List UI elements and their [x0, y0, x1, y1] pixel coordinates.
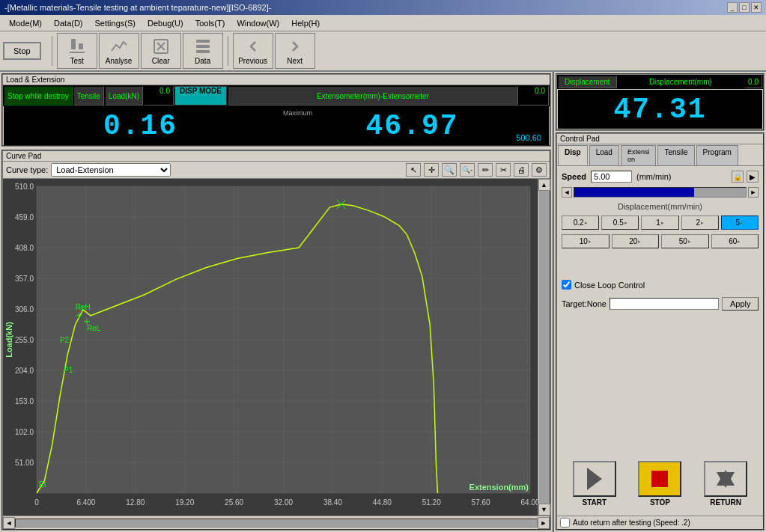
- svg-rect-10: [651, 471, 668, 487]
- menu-settings[interactable]: Settings(S): [89, 17, 142, 29]
- menu-tools[interactable]: Tools(T): [189, 17, 231, 29]
- scroll-up-btn[interactable]: ▲: [538, 179, 550, 191]
- crosshair-tool-btn[interactable]: ✛: [424, 163, 439, 177]
- zoom-in-btn[interactable]: 🔍: [442, 163, 457, 177]
- stop-ctrl-btn[interactable]: STOP: [638, 461, 681, 507]
- title-bar-controls[interactable]: _ □ ✕: [727, 2, 762, 13]
- toolbar-data-btn[interactable]: Data: [183, 33, 223, 69]
- displacement-digital-value: 47.31: [613, 94, 706, 126]
- close-button[interactable]: ✕: [751, 2, 762, 13]
- spd-btn-1[interactable]: 1▸: [641, 215, 678, 230]
- next-icon: [286, 37, 304, 55]
- scroll-track-v: [539, 191, 550, 504]
- curve-pad-toolbar: Curve type: Load-Extension Stress-Strain…: [3, 162, 550, 179]
- displacement-digital: 47.31: [558, 90, 762, 129]
- spd-btn-20[interactable]: 20▸: [612, 234, 660, 248]
- spd-btn-02[interactable]: 0.2▸: [562, 215, 599, 230]
- return-btn-box: [704, 461, 747, 497]
- toolbar-test-btn[interactable]: Test: [57, 33, 97, 69]
- spd-btn-60[interactable]: 60▸: [711, 234, 759, 248]
- minimize-button[interactable]: _: [727, 2, 738, 13]
- apply-button[interactable]: Apply: [722, 297, 759, 311]
- toolbar-previous-label: Previous: [238, 57, 267, 65]
- return-ctrl-btn[interactable]: RETURN: [704, 461, 747, 507]
- pen-tool-btn[interactable]: ✏: [478, 163, 493, 177]
- curve-pad-title: Curve Pad: [6, 152, 41, 160]
- tab-tensile[interactable]: Tensile: [657, 145, 694, 165]
- digital-left: 0.16: [5, 108, 276, 144]
- tab-extension[interactable]: Extension: [621, 145, 657, 165]
- slider-left-btn[interactable]: ◄: [562, 187, 572, 198]
- disp-mode-button[interactable]: DISP MODE: [174, 86, 227, 106]
- tensile-cell: Tensile: [73, 86, 104, 106]
- toolbar-analyse-btn[interactable]: Analyse: [99, 33, 139, 69]
- menu-debug[interactable]: Debug(U): [142, 17, 189, 29]
- horizontal-scrollbar[interactable]: ◄ ►: [3, 517, 550, 529]
- toolbar-previous-btn[interactable]: Previous: [233, 33, 273, 69]
- svg-rect-0: [71, 39, 76, 49]
- print-tool-btn[interactable]: 🖨: [514, 163, 529, 177]
- toolbar-separator-1: [52, 36, 52, 66]
- lock-icon[interactable]: 🔒: [732, 171, 744, 183]
- disp-rate-label: Displacement(mm/min): [562, 202, 759, 211]
- displacement-header-row: Displacement Displacement(mm) 0.0: [557, 75, 763, 89]
- zoom-out-btn[interactable]: 🔍-: [460, 163, 475, 177]
- menu-data[interactable]: Data(D): [48, 17, 89, 29]
- auto-return-checkbox[interactable]: [560, 518, 570, 528]
- auto-return-row: Auto return after testing (Speed: .2): [557, 516, 763, 529]
- speed-slider-row: ◄ ►: [562, 187, 759, 198]
- target-input[interactable]: [610, 298, 719, 310]
- close-loop-row: Close Loop Control: [562, 280, 759, 290]
- displacement-value-right: 0.0: [744, 76, 762, 88]
- start-ctrl-btn[interactable]: START: [573, 461, 616, 507]
- control-buttons: START STOP RETURN: [562, 456, 759, 511]
- unlock-icon[interactable]: ▶: [747, 171, 759, 183]
- toolbar-next-btn[interactable]: Next: [275, 33, 315, 69]
- settings-tool-btn[interactable]: ⚙: [532, 163, 547, 177]
- scroll-down-btn[interactable]: ▼: [538, 504, 550, 516]
- digital-right-value: 46.97: [365, 110, 458, 142]
- svg-rect-7: [196, 45, 210, 48]
- toolbar-next-label: Next: [287, 57, 303, 65]
- menu-mode[interactable]: Mode(M): [3, 17, 48, 29]
- toolbar-test-label: Test: [70, 57, 83, 65]
- toolbar-clear-label: Clear: [152, 57, 170, 65]
- toolbar-analyse-label: Analyse: [106, 57, 133, 65]
- spd-btn-2[interactable]: 2▸: [681, 215, 719, 230]
- vertical-scrollbar[interactable]: ▲ ▼: [538, 179, 550, 516]
- toolbar-clear-btn[interactable]: Clear: [141, 33, 181, 69]
- chart-canvas-wrapper: [3, 179, 538, 516]
- chart-area: ▲ ▼: [3, 179, 550, 516]
- spd-btn-05[interactable]: 0.5▸: [601, 215, 639, 230]
- spd-btn-50[interactable]: 50▸: [661, 234, 709, 248]
- spd-btn-5[interactable]: 5▸: [721, 215, 759, 230]
- restore-button[interactable]: □: [739, 2, 750, 13]
- left-panel: Load & Extension Stop while destroy Tens…: [0, 72, 553, 532]
- start-btn-box: [573, 461, 616, 497]
- speed-slider[interactable]: [574, 187, 747, 198]
- stop-button[interactable]: Stop: [3, 42, 41, 60]
- slider-right-btn[interactable]: ►: [748, 187, 759, 198]
- speed-buttons-row1: 0.2▸ 0.5▸ 1▸ 2▸ 5▸: [562, 215, 759, 230]
- menu-bar: Mode(M) Data(D) Settings(S) Debug(U) Too…: [0, 15, 766, 31]
- target-label: Target:None: [562, 299, 607, 308]
- digital-left-value: 0.16: [103, 110, 177, 142]
- load-extension-row: Stop while destroy Tensile Load(kN) 0.0 …: [3, 85, 550, 106]
- menu-help[interactable]: Help(H): [285, 17, 326, 29]
- tab-disp[interactable]: Disp: [558, 145, 588, 165]
- tab-load[interactable]: Load: [589, 145, 619, 165]
- load-extension-section: Load & Extension Stop while destroy Tens…: [1, 73, 551, 147]
- cursor-tool-btn[interactable]: ↖: [406, 163, 421, 177]
- close-loop-checkbox[interactable]: [562, 280, 571, 290]
- speed-input[interactable]: [591, 171, 632, 183]
- scroll-right-btn[interactable]: ►: [538, 517, 550, 529]
- scroll-left-btn[interactable]: ◄: [3, 517, 15, 529]
- clear-icon: [152, 37, 170, 55]
- tab-program[interactable]: Program: [696, 145, 738, 165]
- scissors-tool-btn[interactable]: ✂: [496, 163, 511, 177]
- stop-while-destroy-btn[interactable]: Stop while destroy: [4, 86, 73, 106]
- speed-buttons-row2: 10▸ 20▸ 50▸ 60▸: [562, 234, 759, 248]
- spd-btn-10[interactable]: 10▸: [562, 234, 610, 248]
- curve-type-select[interactable]: Load-Extension Stress-Strain Load-Time E…: [51, 163, 171, 177]
- menu-window[interactable]: Window(W): [231, 17, 285, 29]
